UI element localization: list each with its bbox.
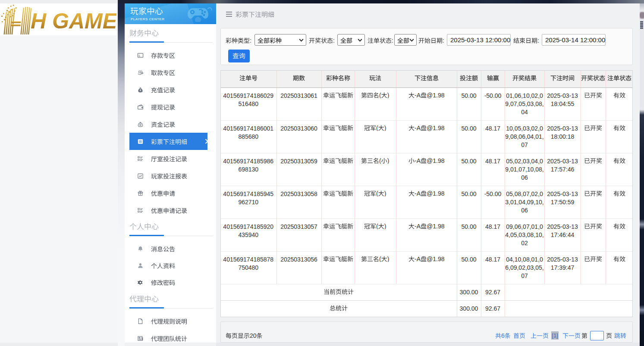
svg-text::: : [250,37,251,44]
svg-text::: : [392,37,393,44]
svg-text::: : [537,37,539,44]
svg-text:6: 6 [501,333,505,339]
svg-text::: : [443,37,444,44]
svg-text:20: 20 [250,333,257,339]
svg-text::: : [333,37,335,44]
svg-text:H GAME: H GAME [31,9,116,33]
